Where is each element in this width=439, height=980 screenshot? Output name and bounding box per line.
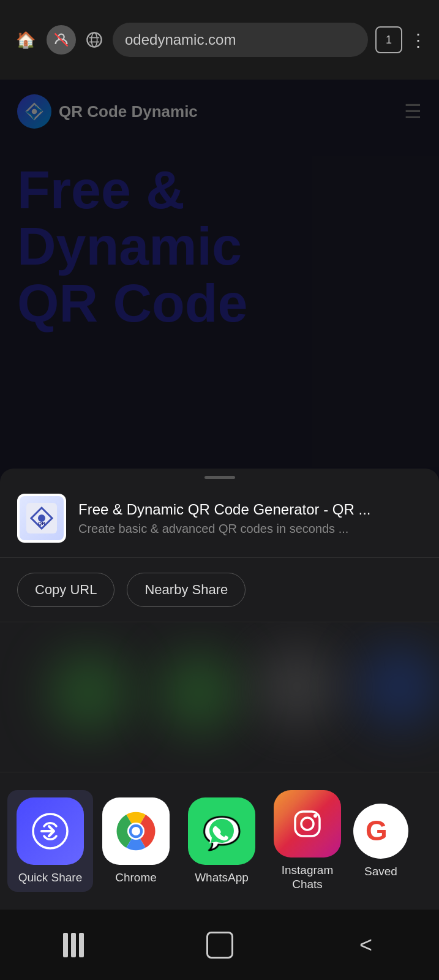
chrome-icon bbox=[102, 797, 170, 865]
app-item-google-saved[interactable]: G Saved bbox=[350, 796, 411, 886]
home-button[interactable]: 🏠 bbox=[12, 26, 39, 53]
glow-2 bbox=[159, 653, 239, 733]
share-title: Free & Dynamic QR Code Generator - QR ..… bbox=[78, 501, 422, 518]
address-bar[interactable]: odedynamic.com bbox=[113, 23, 368, 57]
chrome-label: Chrome bbox=[115, 871, 157, 885]
home-nav-button[interactable] bbox=[195, 921, 244, 970]
whatsapp-label: WhatsApp bbox=[195, 871, 249, 885]
google-saved-label: Saved bbox=[364, 865, 397, 879]
share-preview: QR Free & Dynamic QR Code Generator - QR… bbox=[0, 479, 439, 558]
app-item-chrome[interactable]: Chrome bbox=[93, 790, 179, 892]
home-nav-icon bbox=[206, 932, 233, 959]
svg-point-5 bbox=[91, 32, 97, 47]
app-item-quick-share[interactable]: Quick Share bbox=[7, 790, 93, 892]
app-row: Quick Share Chrome 💬 bbox=[0, 772, 439, 910]
share-favicon: QR bbox=[17, 494, 66, 543]
recent-icon bbox=[63, 933, 84, 957]
whatsapp-icon: 💬 bbox=[188, 797, 255, 865]
svg-text:QR: QR bbox=[38, 521, 45, 526]
tab-count: 1 bbox=[386, 34, 392, 47]
incognito-icon bbox=[47, 25, 76, 55]
app-item-instagram-chats[interactable]: InstagramChats bbox=[265, 783, 350, 899]
svg-point-17 bbox=[301, 818, 313, 830]
share-subtitle: Create basic & advanced QR codes in seco… bbox=[78, 522, 422, 536]
back-icon: < bbox=[359, 932, 372, 958]
app-item-whatsapp[interactable]: 💬 WhatsApp bbox=[179, 790, 265, 892]
favicon-inner: QR bbox=[20, 496, 64, 540]
browser-bar: 🏠 odedynamic.com 1 ⋮ bbox=[0, 0, 439, 80]
quick-share-icon bbox=[17, 797, 84, 865]
share-info: Free & Dynamic QR Code Generator - QR ..… bbox=[78, 501, 422, 536]
svg-line-1 bbox=[55, 34, 68, 47]
svg-point-2 bbox=[87, 32, 101, 47]
svg-point-14 bbox=[132, 827, 140, 835]
google-saved-icon: G bbox=[353, 804, 408, 859]
instagram-chats-label: InstagramChats bbox=[282, 864, 333, 892]
svg-point-18 bbox=[313, 814, 317, 818]
back-button[interactable]: < bbox=[342, 921, 391, 970]
glow-4 bbox=[359, 647, 439, 726]
more-menu-button[interactable]: ⋮ bbox=[410, 30, 427, 50]
tracking-protection-icon bbox=[83, 29, 105, 51]
glow-1 bbox=[49, 653, 129, 733]
share-actions: Copy URL Nearby Share bbox=[0, 558, 439, 622]
nav-bar: < bbox=[0, 910, 439, 980]
svg-text:G: G bbox=[366, 815, 388, 846]
tab-switcher[interactable]: 1 bbox=[375, 26, 402, 53]
recent-apps-button[interactable] bbox=[49, 921, 98, 970]
quick-share-label: Quick Share bbox=[18, 871, 83, 885]
glow-3 bbox=[257, 647, 337, 726]
nearby-share-button[interactable]: Nearby Share bbox=[127, 573, 246, 607]
url-text: odedynamic.com bbox=[125, 31, 356, 48]
instagram-icon bbox=[274, 790, 341, 858]
copy-url-button[interactable]: Copy URL bbox=[17, 573, 114, 607]
home-icon: 🏠 bbox=[16, 31, 36, 50]
